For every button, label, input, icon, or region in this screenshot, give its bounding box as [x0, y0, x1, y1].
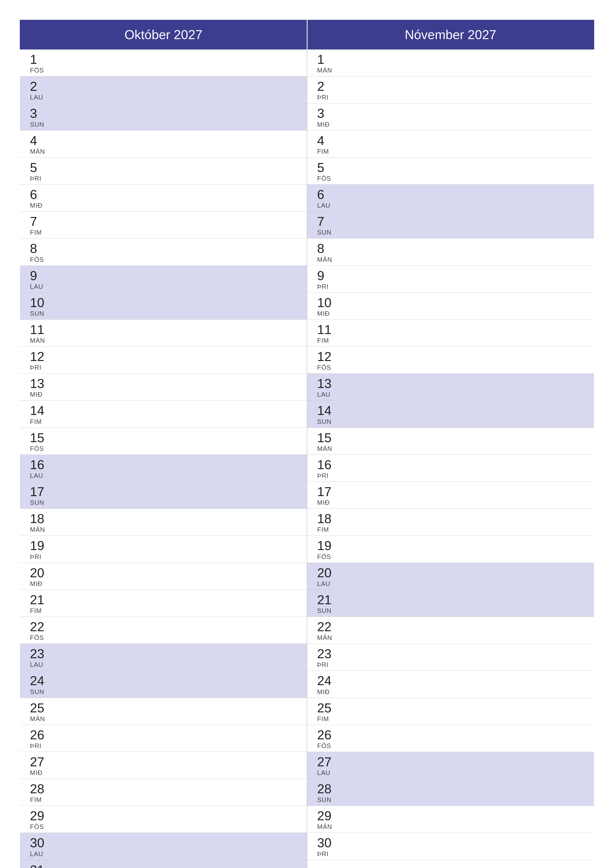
- november-day-cell: 7 SUN: [307, 212, 594, 239]
- day-name: MIÐ: [30, 580, 297, 587]
- day-number: 11: [30, 322, 297, 337]
- october-day-cell: 29 FÖS: [20, 806, 307, 833]
- table-row: 27 MIÐ 27 LAU: [20, 752, 594, 779]
- november-day-cell: 21 SUN: [307, 590, 594, 617]
- october-day-cell: 6 MIÐ: [20, 184, 307, 211]
- day-number: 13: [30, 377, 297, 391]
- day-name: SUN: [30, 121, 297, 129]
- day-name: MÁN: [317, 634, 584, 642]
- day-name: SUN: [317, 418, 584, 426]
- day-number: 6: [317, 188, 584, 202]
- calendar-page: Október 2027 Nóvember 2027 1 FÖS 1 MÁN 2…: [0, 0, 614, 868]
- day-number: 31: [30, 863, 297, 868]
- table-row: 8 FÖS 8 MÁN: [20, 239, 594, 265]
- day-name: LAU: [317, 202, 584, 209]
- day-name: FÖS: [30, 445, 297, 453]
- table-row: 10 SUN 10 MIÐ: [20, 293, 594, 319]
- october-day-cell: 24 SUN: [20, 671, 307, 698]
- day-number: 24: [317, 674, 584, 688]
- day-name: ÞRI: [317, 472, 584, 479]
- calendar-table: Október 2027 Nóvember 2027 1 FÖS 1 MÁN 2…: [20, 20, 594, 868]
- october-day-cell: 26 ÞRI: [20, 725, 307, 752]
- table-row: 16 LAU 16 ÞRI: [20, 454, 594, 482]
- table-row: 23 LAU 23 ÞRI: [20, 644, 594, 671]
- table-row: 24 SUN 24 MIÐ: [20, 671, 594, 698]
- day-name: FIM: [317, 148, 584, 155]
- day-number: 25: [317, 701, 584, 715]
- day-name: MIÐ: [317, 310, 584, 318]
- day-name: FÖS: [317, 175, 584, 182]
- november-day-cell: 9 ÞRI: [307, 265, 594, 293]
- day-name: ÞRI: [30, 364, 297, 371]
- day-name: LAU: [30, 472, 297, 479]
- day-name: MIÐ: [317, 688, 584, 696]
- day-name: FÖS: [317, 742, 584, 750]
- day-name: MÁN: [317, 67, 584, 74]
- day-number: 23: [30, 647, 297, 661]
- november-day-cell: 5 FÖS: [307, 157, 594, 184]
- october-day-cell: 11 MÁN: [20, 319, 307, 346]
- october-day-cell: 31 SUN: [20, 860, 307, 868]
- table-row: 26 ÞRI 26 FÖS: [20, 725, 594, 752]
- day-name: MIÐ: [30, 769, 297, 777]
- november-day-cell: 3 MIÐ: [307, 104, 594, 130]
- day-number: 7: [317, 214, 584, 229]
- october-day-cell: 20 MIÐ: [20, 563, 307, 590]
- november-day-cell: 15 MÁN: [307, 428, 594, 454]
- day-number: 3: [30, 106, 297, 121]
- day-name: ÞRI: [317, 283, 584, 290]
- day-number: 28: [317, 782, 584, 796]
- october-day-cell: 17 SUN: [20, 482, 307, 509]
- october-day-cell: 12 ÞRI: [20, 347, 307, 374]
- table-row: 30 LAU 30 ÞRI: [20, 833, 594, 860]
- table-row: 2 LAU 2 ÞRI: [20, 76, 594, 104]
- november-day-cell: 29 MÁN: [307, 806, 594, 833]
- october-header: Október 2027: [20, 20, 307, 49]
- october-day-cell: 19 ÞRI: [20, 536, 307, 563]
- day-number: 15: [30, 431, 297, 445]
- day-number: 13: [317, 377, 584, 391]
- day-name: LAU: [317, 769, 584, 777]
- day-number: 5: [30, 161, 297, 175]
- day-number: 29: [317, 809, 584, 823]
- november-day-cell: 8 MÁN: [307, 239, 594, 265]
- october-day-cell: 25 MÁN: [20, 698, 307, 725]
- table-row: 4 MÁN 4 FIM: [20, 130, 594, 157]
- day-number: 15: [317, 431, 584, 445]
- day-number: 17: [30, 485, 297, 499]
- october-day-cell: 4 MÁN: [20, 130, 307, 157]
- november-day-cell: 4 FIM: [307, 130, 594, 157]
- november-day-cell: 27 LAU: [307, 752, 594, 779]
- table-row: 9 LAU 9 ÞRI: [20, 265, 594, 293]
- day-number: 30: [317, 836, 584, 850]
- day-name: FIM: [317, 526, 584, 533]
- day-name: ÞRI: [317, 850, 584, 858]
- october-day-cell: 21 FIM: [20, 590, 307, 617]
- table-row: 21 FIM 21 SUN: [20, 590, 594, 617]
- table-row: 13 MIÐ 13 LAU: [20, 374, 594, 401]
- day-name: LAU: [30, 661, 297, 668]
- day-number: 8: [317, 242, 584, 256]
- october-day-cell: 2 LAU: [20, 76, 307, 104]
- table-row: 7 FIM 7 SUN: [20, 212, 594, 239]
- day-number: 2: [30, 79, 297, 93]
- day-name: ÞRI: [317, 661, 584, 668]
- day-name: SUN: [30, 310, 297, 318]
- november-day-cell: 18 FIM: [307, 509, 594, 536]
- november-day-cell: 13 LAU: [307, 374, 594, 401]
- day-number: 1: [317, 53, 584, 67]
- day-number: 5: [317, 161, 584, 175]
- table-row: 31 SUN: [20, 860, 594, 868]
- day-number: 17: [317, 485, 584, 499]
- day-name: MÁN: [30, 526, 297, 533]
- day-name: FÖS: [317, 553, 584, 561]
- day-number: 11: [317, 322, 584, 337]
- november-day-cell: 14 SUN: [307, 401, 594, 428]
- day-number: 14: [317, 403, 584, 418]
- table-row: 19 ÞRI 19 FÖS: [20, 536, 594, 563]
- october-day-cell: 18 MÁN: [20, 509, 307, 536]
- november-day-cell: 10 MIÐ: [307, 293, 594, 319]
- day-name: MÁN: [30, 337, 297, 344]
- day-number: 10: [30, 296, 297, 310]
- day-name: MÁN: [317, 823, 584, 831]
